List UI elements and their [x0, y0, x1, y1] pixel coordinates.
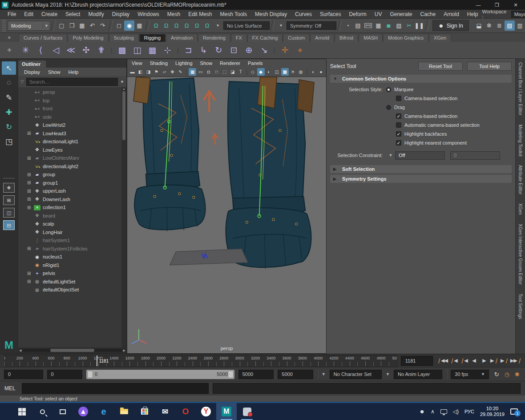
- live-surface-field[interactable]: No Live Surface: [223, 21, 270, 30]
- shadows-icon[interactable]: ◍: [297, 68, 305, 76]
- select-object-icon[interactable]: ◉: [124, 20, 134, 31]
- undo-icon[interactable]: ↶: [87, 20, 97, 31]
- move-tool[interactable]: ✚: [2, 105, 16, 119]
- outliner-item[interactable]: ■◄side: [18, 113, 126, 121]
- outliner-menu-show[interactable]: Show: [44, 69, 65, 75]
- humanik-toggle-icon[interactable]: ✻: [484, 20, 494, 31]
- resolution-gate-icon[interactable]: ◘: [205, 68, 212, 76]
- volume-icon[interactable]: ◁): [453, 408, 459, 415]
- divider[interactable]: [425, 20, 430, 31]
- safe-title-icon[interactable]: T: [237, 68, 244, 76]
- parent-constraint-icon[interactable]: ⊐: [182, 43, 195, 57]
- menu-item[interactable]: UV: [371, 11, 386, 17]
- shelf-tab[interactable]: Curves / Surfaces: [19, 34, 67, 42]
- viewport-menu-view[interactable]: View: [132, 61, 147, 66]
- pan-zoom-icon[interactable]: ✥: [169, 68, 176, 76]
- outliner-item[interactable]: ❖beard: [18, 212, 126, 220]
- divider[interactable]: [51, 20, 56, 31]
- menu-item[interactable]: Deform: [345, 11, 370, 17]
- scroll-up-icon[interactable]: ▲: [122, 87, 125, 90]
- outliner-search-input[interactable]: [26, 78, 118, 86]
- character-set-dropdown[interactable]: No Character Set: [330, 370, 382, 379]
- menu-item[interactable]: Generate: [386, 11, 416, 17]
- animation-end-field[interactable]: 5000: [278, 370, 313, 379]
- range-end-handle[interactable]: [228, 371, 234, 378]
- clock[interactable]: 10:20 29.09.2019: [480, 406, 505, 417]
- menu-item[interactable]: Modify: [84, 11, 108, 17]
- shelf-tab[interactable]: Animation: [166, 34, 198, 42]
- people-icon[interactable]: ☻: [419, 408, 425, 415]
- menu-item[interactable]: Cache: [416, 11, 440, 17]
- locator-icon[interactable]: ⌖: [293, 43, 307, 57]
- menu-item[interactable]: Mesh Display: [251, 11, 291, 17]
- snap-point-icon[interactable]: Ω: [171, 20, 182, 31]
- menu-item[interactable]: Edit Mesh: [184, 11, 216, 17]
- auto-key-icon[interactable]: ◷: [503, 371, 511, 378]
- expand-icon[interactable]: ⊞: [27, 180, 34, 185]
- distance-tool-icon[interactable]: ✛: [278, 43, 292, 57]
- menu-item[interactable]: Help: [463, 11, 482, 17]
- menu-item[interactable]: Display: [108, 11, 133, 17]
- menu-item[interactable]: Mesh: [163, 11, 184, 17]
- play-forwards-button[interactable]: ▶: [480, 356, 489, 366]
- outliner-item[interactable]: ❖LongHair: [18, 228, 126, 237]
- outliner-item[interactable]: ⊞✦pelvis: [18, 269, 126, 278]
- grease-pencil-icon[interactable]: ✎: [177, 68, 184, 76]
- mel-output[interactable]: [213, 383, 521, 394]
- divider[interactable]: [108, 20, 113, 31]
- shelf-tab[interactable]: Arnold: [310, 34, 334, 42]
- lock-camera-icon[interactable]: ◧: [137, 68, 144, 76]
- humanik-icon[interactable]: ✣: [79, 43, 93, 57]
- smooth-bind-icon[interactable]: ▦: [145, 43, 159, 57]
- expand-icon[interactable]: ⊞: [27, 205, 34, 210]
- right-dock-tab-tool-settings[interactable]: Tool Settings: [518, 294, 523, 319]
- expand-icon[interactable]: ⊞: [27, 246, 34, 251]
- wireframe-icon[interactable]: ◇: [249, 68, 257, 76]
- checkbox-automatic-camera-based-selection[interactable]: [396, 122, 401, 128]
- shelf-tab[interactable]: Sculpting: [109, 34, 139, 42]
- channel-box-toggle-icon[interactable]: ≣: [494, 20, 505, 31]
- outliner-item[interactable]: ⊞▰group: [18, 170, 126, 179]
- time-ruler[interactable]: 0200400600800100012001400160018002000220…: [4, 355, 397, 367]
- point-constraint-icon[interactable]: ↳: [197, 43, 210, 57]
- step-back-key-button[interactable]: ❘◀: [459, 356, 468, 366]
- playback-end-field[interactable]: 5000: [238, 370, 274, 379]
- grid-icon[interactable]: ▦: [189, 68, 196, 76]
- expand-icon[interactable]: ⊞: [27, 197, 34, 202]
- pole-vector-icon[interactable]: ⊕: [242, 43, 256, 57]
- divider[interactable]: [270, 20, 275, 31]
- start-button[interactable]: [12, 403, 32, 420]
- hypershade-icon[interactable]: ◙: [384, 20, 394, 31]
- isolate-select-icon[interactable]: ●: [317, 68, 325, 76]
- light-editor-icon[interactable]: ▧: [394, 20, 404, 31]
- scroll-right-icon[interactable]: ▶: [123, 349, 125, 352]
- chevron-down-icon[interactable]: ▼: [322, 372, 326, 376]
- shelf-menu-icon[interactable]: ≡: [8, 35, 11, 40]
- layout-four-pane[interactable]: ⊞: [3, 195, 15, 205]
- current-frame-field[interactable]: 1181: [401, 356, 433, 366]
- menu-item[interactable]: Surfaces: [316, 11, 345, 17]
- bookmark-icon[interactable]: ⚑: [153, 68, 160, 76]
- pause-viewport-icon[interactable]: ❚❚: [414, 20, 424, 31]
- mail-app-icon[interactable]: ✉: [155, 403, 175, 420]
- outliner-item[interactable]: ⊞▰LowClohtesMarv: [18, 154, 126, 162]
- section-soft-selection[interactable]: ▶ Soft Selection: [330, 165, 512, 173]
- expand-icon[interactable]: ⊞: [27, 279, 34, 284]
- scrollbar-thumb[interactable]: [122, 91, 125, 140]
- play-backwards-button[interactable]: ◀: [469, 356, 478, 366]
- filter-icon[interactable]: ▽: [20, 79, 24, 84]
- snap-curve-icon[interactable]: Ω: [161, 20, 171, 31]
- orient-constraint-icon[interactable]: ↻: [212, 43, 226, 57]
- checkbox-highlight-nearest-component[interactable]: ✓: [396, 140, 401, 145]
- ik-spline-icon[interactable]: ◁: [49, 43, 63, 57]
- menu-item[interactable]: File: [4, 11, 20, 17]
- textured-icon[interactable]: ◫: [273, 68, 281, 76]
- ipr-render-icon[interactable]: IPR: [363, 20, 373, 31]
- right-dock-tab-channel-box-layer-editor[interactable]: Channel Box / Layer Editor: [518, 62, 523, 116]
- checkbox-camera-based-selection[interactable]: [396, 96, 401, 101]
- paint-skin-weights-icon[interactable]: ▩: [115, 43, 129, 57]
- microsoft-store-icon[interactable]: [134, 403, 155, 420]
- outliner-item[interactable]: ◉nucleus1: [18, 253, 126, 261]
- expand-icon[interactable]: ⊞: [27, 189, 34, 194]
- expand-icon[interactable]: ⊞: [27, 131, 34, 136]
